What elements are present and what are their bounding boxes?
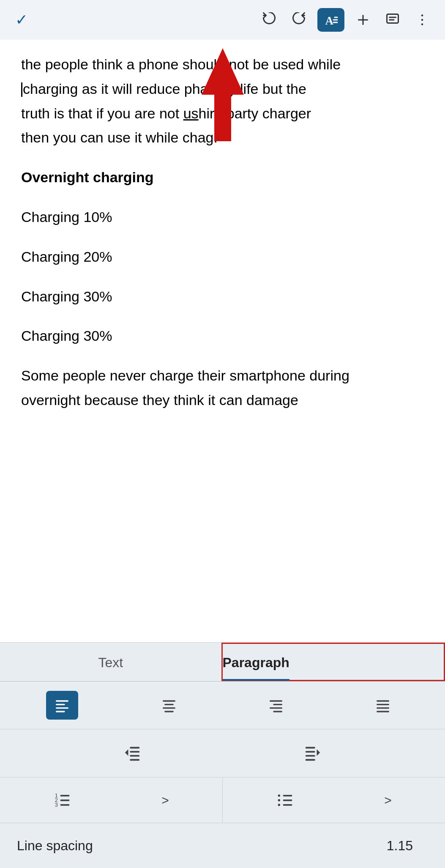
svg-rect-6 <box>387 14 399 23</box>
svg-rect-44 <box>60 804 70 806</box>
bullet-list-arrow[interactable]: > <box>381 790 395 811</box>
text-underline: us <box>183 105 199 121</box>
svg-rect-27 <box>377 707 389 709</box>
increase-indent-icon <box>303 743 322 762</box>
cursor <box>21 82 22 97</box>
text-line-2: charging as it will reduce ph <box>23 81 200 97</box>
format-text-button[interactable]: A <box>317 8 344 32</box>
comment-icon <box>385 12 400 27</box>
svg-point-11 <box>421 23 423 25</box>
svg-rect-15 <box>56 707 68 709</box>
paragraph-1: the people think a phone should not be u… <box>21 52 424 150</box>
line-spacing-controls: 1.15 <box>371 835 428 856</box>
check-icon: ✓ <box>15 11 28 29</box>
svg-rect-48 <box>283 795 292 797</box>
add-icon <box>355 12 371 27</box>
svg-point-45 <box>278 794 281 797</box>
more-icon <box>415 12 430 27</box>
text-line-3c: hird party charger <box>199 105 311 121</box>
align-left-button[interactable] <box>46 691 78 720</box>
svg-text:A: A <box>325 14 334 27</box>
text-line-4: then you can use it while cha <box>21 129 206 145</box>
svg-rect-19 <box>163 707 175 709</box>
svg-rect-29 <box>130 747 140 749</box>
tab-paragraph[interactable]: Paragraph <box>223 644 289 680</box>
paragraph-tab-wrapper: Paragraph <box>221 643 445 681</box>
bullet-list-section: > <box>222 778 445 823</box>
svg-rect-30 <box>130 751 140 753</box>
numbered-list-arrow[interactable]: > <box>158 790 172 811</box>
tab-text[interactable]: Text <box>0 643 221 681</box>
svg-rect-35 <box>306 751 315 753</box>
line-spacing-increase-button[interactable] <box>421 835 428 856</box>
paragraph-item2: Charging 20% <box>21 245 424 269</box>
tabs: Text Paragraph <box>0 643 445 682</box>
bullet-list-icon <box>276 790 295 809</box>
decrease-indent-icon <box>123 743 142 762</box>
heading-overnight: Overnight charging <box>21 169 154 185</box>
toolbar-right: A <box>258 8 433 32</box>
line-spacing-value: 1.15 <box>387 838 413 854</box>
more-button[interactable] <box>411 9 433 31</box>
svg-rect-3 <box>334 17 338 18</box>
svg-rect-16 <box>56 711 65 712</box>
svg-rect-23 <box>270 707 282 709</box>
svg-rect-13 <box>56 700 68 701</box>
svg-rect-22 <box>273 704 282 705</box>
text-line-2b: attery life but the <box>200 81 306 97</box>
bottom-panel: Text Paragraph <box>0 642 445 868</box>
decrease-indent-button[interactable] <box>118 739 146 768</box>
alignment-row <box>0 682 445 729</box>
svg-rect-25 <box>377 700 389 701</box>
list-row: 1 2 3 > > <box>0 778 445 823</box>
check-button[interactable]: ✓ <box>12 8 31 32</box>
svg-rect-28 <box>377 711 389 712</box>
paragraph-item3: Charging 30% <box>21 285 424 309</box>
item-3: Charging 30% <box>21 288 112 304</box>
toolbar: ✓ A <box>0 0 445 40</box>
svg-marker-33 <box>125 749 128 756</box>
text-line-3: truth is that if you are not <box>21 105 183 121</box>
svg-rect-24 <box>273 711 282 712</box>
align-right-button[interactable] <box>260 691 292 720</box>
svg-rect-26 <box>377 704 389 705</box>
item-4: Charging 30% <box>21 328 112 344</box>
align-justify-button[interactable] <box>367 691 399 720</box>
svg-rect-31 <box>130 755 140 757</box>
document-area[interactable]: the people think a phone should not be u… <box>0 40 445 642</box>
align-center-button[interactable] <box>153 691 185 720</box>
svg-rect-36 <box>306 755 315 757</box>
item-2: Charging 20% <box>21 249 112 265</box>
numbered-list-button[interactable]: 1 2 3 <box>50 787 75 813</box>
align-justify-icon <box>374 697 391 714</box>
svg-point-10 <box>421 19 423 21</box>
line-spacing-decrease-button[interactable] <box>371 835 378 856</box>
bullet-list-button[interactable] <box>273 787 298 813</box>
numbered-list-section: 1 2 3 > <box>0 778 222 823</box>
svg-rect-37 <box>306 759 315 761</box>
paragraph-2: Some people never charge their smartphon… <box>21 364 424 413</box>
svg-rect-17 <box>163 700 175 701</box>
svg-point-47 <box>278 804 281 806</box>
align-left-icon <box>54 697 71 714</box>
text-line-1: the people think a phone should not be u… <box>21 56 341 72</box>
add-button[interactable] <box>352 9 374 31</box>
increase-indent-button[interactable] <box>299 739 327 768</box>
svg-rect-42 <box>60 795 70 797</box>
document-text: the people think a phone should not be u… <box>21 52 424 413</box>
svg-rect-18 <box>164 704 174 705</box>
svg-marker-38 <box>317 749 320 756</box>
line-spacing-row: Line spacing 1.15 <box>0 823 445 868</box>
undo-icon <box>262 12 277 27</box>
svg-rect-20 <box>164 711 174 712</box>
item-1: Charging 10% <box>21 209 112 225</box>
text-line-4b: g. <box>206 129 218 145</box>
paragraph-item1: Charging 10% <box>21 205 424 230</box>
para2-line2: overnight because they think it can dama… <box>21 392 298 408</box>
svg-rect-32 <box>130 759 140 761</box>
comment-button[interactable] <box>382 9 404 31</box>
redo-button[interactable] <box>288 9 310 31</box>
align-right-icon <box>268 697 284 714</box>
undo-button[interactable] <box>258 9 280 31</box>
numbered-list-icon: 1 2 3 <box>53 790 72 809</box>
